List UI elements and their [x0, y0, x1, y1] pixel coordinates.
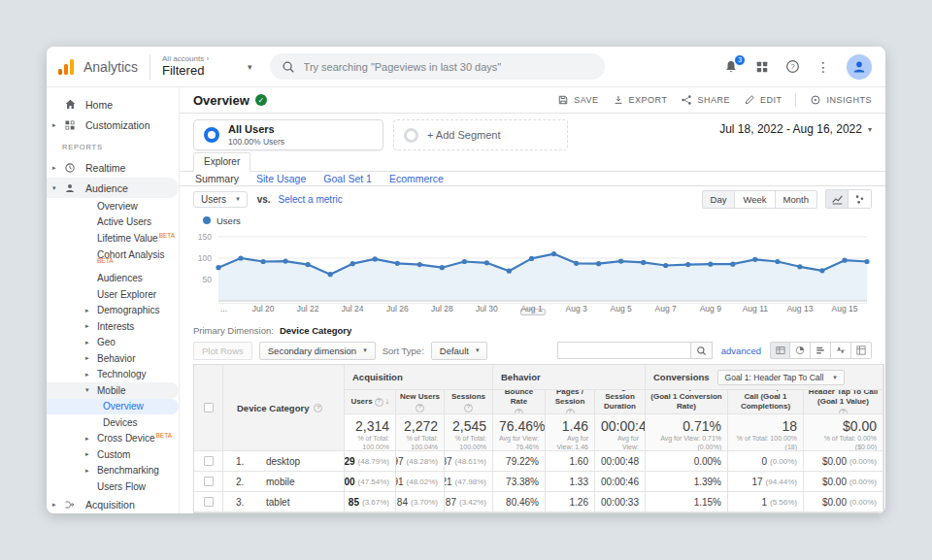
- sidebar-item-realtime[interactable]: ▸Realtime: [47, 157, 179, 178]
- subtab-site-usage[interactable]: Site Usage: [256, 173, 306, 184]
- line-chart-view-button[interactable]: [825, 189, 849, 209]
- select-metric-link[interactable]: Select a metric: [279, 194, 343, 205]
- save-button[interactable]: SAVE: [557, 94, 598, 106]
- date-range-selector[interactable]: Jul 18, 2022 - Aug 16, 2022 ▾: [719, 119, 872, 136]
- row-checkbox[interactable]: [204, 477, 214, 486]
- cell-value: 85: [349, 497, 359, 508]
- chevron-down-icon: ▾: [236, 195, 240, 203]
- sidebar-item-lifetime-value[interactable]: Lifetime ValueBETA: [47, 230, 179, 247]
- add-segment-button[interactable]: + Add Segment: [393, 119, 568, 150]
- dot-plot-view-button[interactable]: [849, 189, 872, 209]
- sidebar-item-label: Custom: [97, 449, 130, 460]
- sidebar-item-label: Interests: [97, 321, 134, 332]
- cell-mobile-bounce-rate: 73.38%: [493, 472, 546, 492]
- sort-type-dropdown[interactable]: Default ▾: [431, 342, 488, 360]
- chevron-down-icon: ▾: [868, 125, 872, 134]
- sidebar-item-custom[interactable]: ▸Custom: [47, 446, 179, 463]
- sidebar-item-mobile[interactable]: ▾Mobile: [47, 382, 179, 399]
- row-checkbox[interactable]: [204, 497, 214, 507]
- insights-button[interactable]: INSIGHTS: [810, 94, 872, 106]
- sidebar-item-cohort-analysis[interactable]: Cohort AnalysisBETA: [47, 247, 179, 271]
- view-comparison-button[interactable]: [831, 342, 851, 359]
- sidebar-item-label: Devices: [103, 417, 138, 428]
- search-input[interactable]: [304, 61, 593, 73]
- view-pivot-button[interactable]: [851, 342, 872, 359]
- global-search[interactable]: [270, 53, 605, 80]
- granularity-week[interactable]: Week: [735, 190, 775, 209]
- sidebar-item-overview[interactable]: Overview: [47, 198, 179, 214]
- cell-value: 1: [761, 497, 767, 508]
- view-percentage-button[interactable]: [790, 342, 811, 359]
- subtab-ecommerce[interactable]: Ecommerce: [389, 173, 444, 184]
- column-header-device-category[interactable]: Device Category?: [223, 365, 345, 451]
- column-header-goal-value[interactable]: Header Tap To Call (Goal 1 Value)?: [804, 390, 883, 414]
- notification-badge: 3: [734, 54, 746, 66]
- segment-detail: 100.00% Users: [228, 137, 284, 147]
- more-options-button[interactable]: ⋮: [816, 60, 830, 74]
- edit-button[interactable]: EDIT: [744, 94, 782, 106]
- sidebar-item-geo[interactable]: ▸Geo: [47, 335, 179, 351]
- export-button[interactable]: EXPORT: [613, 94, 668, 106]
- column-header-goal-completions[interactable]: Header Tap To Call (Goal 1 Completions)?: [728, 390, 804, 414]
- table-search-button[interactable]: [691, 342, 713, 359]
- column-header-avg-session-duration[interactable]: Avg. Session Duration?: [595, 390, 646, 414]
- goal-selector-dropdown[interactable]: Goal 1: Header Tap To Call▾: [717, 370, 845, 385]
- sidebar-item-audience[interactable]: ▾Audience: [47, 178, 179, 198]
- granularity-month[interactable]: Month: [776, 190, 817, 209]
- column-label: Bounce Rate: [496, 390, 542, 407]
- avatar[interactable]: [847, 54, 872, 80]
- sidebar-item-customization[interactable]: ▸Customization: [47, 115, 179, 135]
- column-header-new-users[interactable]: New Users?: [396, 390, 445, 414]
- row-checkbox[interactable]: [204, 456, 214, 466]
- sidebar-item-acquisition[interactable]: ▸Acquisition: [47, 495, 179, 514]
- column-header-bounce-rate[interactable]: Bounce Rate?: [493, 390, 546, 414]
- sidebar-item-behavior[interactable]: ▸Behavior: [47, 350, 179, 367]
- column-header-pages-session[interactable]: Pages / Session?: [546, 390, 595, 414]
- svg-text:100: 100: [198, 253, 212, 263]
- totals-sessions: 2,545% of Total: 100.00% (2,545): [445, 414, 493, 451]
- sidebar-item-interests[interactable]: ▸Interests: [47, 318, 179, 335]
- sidebar-item-active-users[interactable]: Active Users: [47, 214, 179, 231]
- chevron-down-icon: ▾: [833, 374, 837, 381]
- subtab-summary[interactable]: Summary: [195, 173, 239, 184]
- help-button[interactable]: ?: [785, 59, 800, 74]
- sidebar-item-home[interactable]: Home: [47, 94, 179, 115]
- share-button[interactable]: SHARE: [681, 94, 730, 106]
- view-table-button[interactable]: [770, 342, 790, 359]
- row-checkbox[interactable]: [204, 403, 214, 412]
- cell-percent: (3.70%): [411, 498, 438, 507]
- sidebar-item-overview[interactable]: Overview: [47, 399, 179, 415]
- total-value: 2,545: [450, 418, 486, 434]
- column-header-goal-conversion-rate[interactable]: Header Tap To Call (Goal 1 Conversion Ra…: [646, 390, 728, 414]
- sidebar-item-cross-device[interactable]: ▸Cross DeviceBETA: [47, 431, 179, 447]
- tab-explorer[interactable]: Explorer: [193, 152, 250, 172]
- dot-plot-icon: [853, 193, 866, 206]
- view-performance-button[interactable]: [811, 342, 831, 359]
- column-header-users[interactable]: Users?↓: [345, 390, 396, 414]
- sidebar-item-devices[interactable]: Devices: [47, 414, 179, 431]
- sidebar-item-user-explorer[interactable]: User Explorer: [47, 286, 179, 303]
- segment-all-users[interactable]: All Users 100.00% Users: [193, 119, 383, 150]
- advanced-link[interactable]: advanced: [721, 346, 761, 356]
- plot-rows-button[interactable]: Plot Rows: [193, 342, 252, 360]
- granularity-day[interactable]: Day: [702, 190, 736, 209]
- primary-dimension-value[interactable]: Device Category: [280, 325, 351, 336]
- sidebar-item-label: Audience: [85, 182, 128, 194]
- sidebar-item-demographics[interactable]: ▸Demographics: [47, 303, 179, 319]
- sidebar-item-audiences[interactable]: Audiences: [47, 271, 179, 287]
- sidebar-item-benchmarking[interactable]: ▸Benchmarking: [47, 463, 179, 479]
- apps-grid-button[interactable]: [755, 60, 769, 74]
- sidebar-item-technology[interactable]: ▸Technology: [47, 367, 179, 383]
- column-header-sessions[interactable]: Sessions?: [445, 390, 493, 414]
- account-switcher[interactable]: All accounts › Filtered: [162, 54, 209, 78]
- table-search-input[interactable]: [557, 342, 691, 359]
- cell-percent: (47.98%): [455, 478, 486, 486]
- account-caret-icon[interactable]: ▾: [248, 62, 252, 72]
- sidebar-item-users-flow[interactable]: Users Flow: [47, 478, 179, 495]
- metric-dropdown[interactable]: Users ▾: [193, 191, 248, 208]
- cell-tablet-goal-completions: 1(5.56%): [728, 492, 804, 512]
- subtab-goal-set-1[interactable]: Goal Set 1: [323, 173, 372, 184]
- secondary-dimension-button[interactable]: Secondary dimension ▾: [259, 342, 376, 360]
- notifications-button[interactable]: 3: [723, 59, 739, 75]
- beta-badge: BETA: [155, 432, 172, 439]
